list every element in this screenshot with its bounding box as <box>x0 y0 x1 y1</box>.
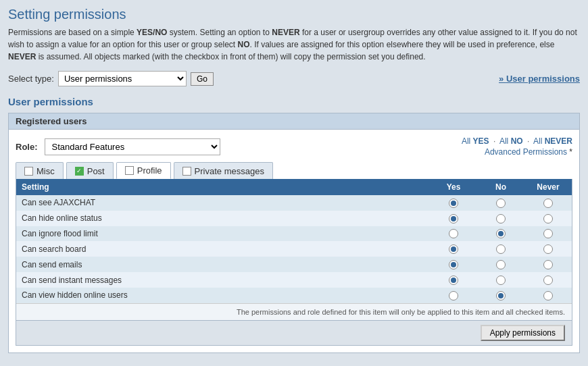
type-select[interactable]: User permissions Group permissions <box>58 71 187 86</box>
never-cell[interactable] <box>524 241 572 257</box>
radio-never[interactable] <box>543 229 553 238</box>
radio-no[interactable] <box>496 260 506 269</box>
role-select[interactable]: Standard Features Administrator Moderato… <box>45 138 220 155</box>
table-row: Can view hidden online users <box>16 288 572 303</box>
footer-note: The permissions and role defined for thi… <box>16 303 572 320</box>
user-permissions-link[interactable]: User permissions <box>499 74 580 84</box>
never-cell[interactable] <box>524 195 572 211</box>
yes-cell[interactable] <box>430 241 477 257</box>
radio-no[interactable] <box>496 276 506 285</box>
apply-btn-row: Apply permissions <box>16 320 572 345</box>
setting-label: Can search board <box>16 241 430 257</box>
select-type-left: Select type: User permissions Group perm… <box>8 71 214 86</box>
yes-cell[interactable] <box>430 257 477 272</box>
adv-perms-suffix: * <box>569 147 572 157</box>
radio-no[interactable] <box>496 291 506 300</box>
tab-misc[interactable]: Misc <box>16 162 64 179</box>
radio-yes[interactable] <box>449 214 458 224</box>
setting-label: Can ignore flood limit <box>16 226 430 242</box>
no-cell[interactable] <box>477 288 524 303</box>
radio-no[interactable] <box>496 244 506 254</box>
yes-no-never-links: All YES · All NO · All NEVER <box>462 136 572 146</box>
misc-tab-label: Misc <box>36 166 55 176</box>
user-perms-link-wrapper: User permissions <box>499 74 580 84</box>
tab-private-messages[interactable]: Private messages <box>174 162 273 179</box>
role-right: All YES · All NO · All NEVER Advanced Pe… <box>462 136 572 157</box>
radio-yes[interactable] <box>449 260 458 269</box>
no-cell[interactable] <box>477 272 524 288</box>
col-no: No <box>477 179 524 195</box>
radio-yes[interactable] <box>449 244 458 254</box>
section-title: User permissions <box>8 96 580 107</box>
col-setting: Setting <box>16 179 430 195</box>
all-yes-link[interactable]: All YES <box>462 136 489 146</box>
profile-checkbox[interactable] <box>125 166 134 175</box>
private-messages-checkbox[interactable] <box>182 167 191 176</box>
select-type-label: Select type: <box>8 74 54 84</box>
permissions-panel: Registered users Role: Standard Features… <box>8 113 580 353</box>
setting-label: Can send instant messages <box>16 272 430 288</box>
tab-post[interactable]: Post <box>66 162 114 179</box>
radio-never[interactable] <box>543 214 553 224</box>
go-button[interactable]: Go <box>191 72 214 86</box>
radio-yes[interactable] <box>449 199 458 208</box>
radio-no[interactable] <box>496 229 506 238</box>
never-cell[interactable] <box>524 272 572 288</box>
table-row: Can search board <box>16 241 572 257</box>
never-cell[interactable] <box>524 288 572 303</box>
post-checkbox[interactable] <box>75 167 84 176</box>
no-cell[interactable] <box>477 241 524 257</box>
radio-never[interactable] <box>543 244 553 254</box>
table-head: Setting Yes No Never <box>16 179 572 195</box>
radio-no[interactable] <box>496 199 506 208</box>
table-row: Can hide online status <box>16 211 572 226</box>
radio-never[interactable] <box>543 291 553 300</box>
advanced-permissions-link[interactable]: Advanced Permissions <box>485 147 567 157</box>
setting-label: Can send emails <box>16 257 430 272</box>
apply-permissions-button[interactable]: Apply permissions <box>481 325 565 341</box>
private-messages-tab-label: Private messages <box>195 166 264 176</box>
role-left: Role: Standard Features Administrator Mo… <box>16 138 220 155</box>
radio-no[interactable] <box>496 214 506 224</box>
radio-never[interactable] <box>543 199 553 208</box>
never-cell[interactable] <box>524 211 572 226</box>
select-type-row: Select type: User permissions Group perm… <box>8 71 580 86</box>
table-row: Can send emails <box>16 257 572 272</box>
page-title: Setting permissions <box>8 7 580 22</box>
role-row: Role: Standard Features Administrator Mo… <box>16 136 572 157</box>
profile-tab-label: Profile <box>137 165 162 176</box>
yes-cell[interactable] <box>430 195 477 211</box>
tabs-bar: Misc Post Profile Private messages <box>16 162 572 179</box>
tab-profile[interactable]: Profile <box>116 162 171 179</box>
setting-label: Can view hidden online users <box>16 288 430 303</box>
separator-2: · <box>527 136 529 146</box>
misc-checkbox[interactable] <box>24 167 33 176</box>
no-cell[interactable] <box>477 257 524 272</box>
yes-cell[interactable] <box>430 226 477 242</box>
radio-never[interactable] <box>543 276 553 285</box>
separator-1: · <box>493 136 495 146</box>
no-cell[interactable] <box>477 226 524 242</box>
radio-yes[interactable] <box>449 291 458 300</box>
col-yes: Yes <box>430 179 477 195</box>
all-never-link[interactable]: All NEVER <box>533 136 572 146</box>
radio-yes[interactable] <box>449 276 458 285</box>
no-cell[interactable] <box>477 211 524 226</box>
role-label: Role: <box>16 142 38 152</box>
permissions-table: Setting Yes No Never Can see AJAXCHAT <box>16 179 572 303</box>
yes-cell[interactable] <box>430 288 477 303</box>
table-row: Can ignore flood limit <box>16 226 572 242</box>
never-cell[interactable] <box>524 226 572 242</box>
all-no-link[interactable]: All NO <box>499 136 523 146</box>
advanced-permissions-wrapper: Advanced Permissions * <box>462 147 572 157</box>
setting-label: Can hide online status <box>16 211 430 226</box>
table-body: Can see AJAXCHAT Can hide online status <box>16 195 572 303</box>
yes-cell[interactable] <box>430 211 477 226</box>
radio-yes[interactable] <box>449 229 458 238</box>
yes-cell[interactable] <box>430 272 477 288</box>
post-tab-label: Post <box>87 166 105 176</box>
radio-never[interactable] <box>543 260 553 269</box>
never-cell[interactable] <box>524 257 572 272</box>
no-cell[interactable] <box>477 195 524 211</box>
permissions-table-wrapper: Setting Yes No Never Can see AJAXCHAT <box>16 179 572 346</box>
